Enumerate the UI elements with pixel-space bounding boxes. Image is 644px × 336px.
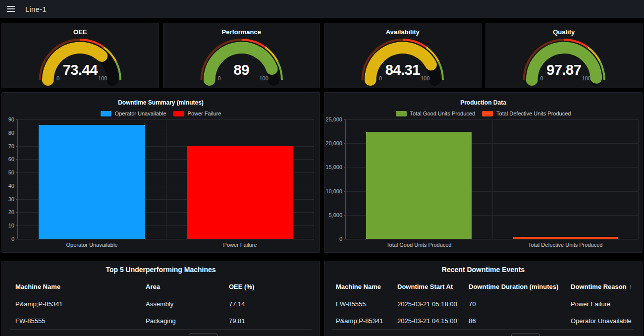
table-cell: Operator Unavailable bbox=[571, 317, 638, 325]
panel-top-underperforming-machines: Top 5 Underperforming Machines Machine N… bbox=[1, 261, 320, 336]
chart-bar[interactable] bbox=[39, 125, 145, 239]
panel-title[interactable]: Production Data bbox=[324, 99, 642, 106]
gauge-min-label: 0 bbox=[56, 75, 59, 82]
gauge-value: 73.44 bbox=[2, 62, 159, 77]
legend-label: Total Defective Units Produced bbox=[496, 111, 571, 116]
grid-line bbox=[314, 119, 314, 239]
legend-color-swatch bbox=[396, 111, 407, 116]
panel-title[interactable]: Downtime Summary (minutes) bbox=[2, 99, 320, 106]
gauge-max-label: 100 bbox=[421, 75, 429, 82]
gauge-value: 97.87 bbox=[486, 62, 643, 77]
gauge-value: 89 bbox=[163, 62, 320, 77]
y-axis-tick-label: 80 bbox=[8, 130, 14, 135]
dashboard-screen: Line-1 OEE 73.44 0 100 Performance 89 0 … bbox=[0, 0, 644, 336]
gauge-max-label: 100 bbox=[98, 75, 107, 82]
gauge-row: OEE 73.44 0 100 Performance 89 0 100 Ava… bbox=[1, 23, 643, 88]
legend-item[interactable]: Total Defective Units Produced bbox=[482, 111, 571, 116]
y-axis-tick-label: 30 bbox=[8, 196, 14, 202]
y-axis-tick-label: 5,000 bbox=[328, 212, 342, 218]
table-row: Top 5 Underperforming Machines Machine N… bbox=[1, 261, 643, 336]
gauge-value: 84.31 bbox=[324, 62, 481, 77]
y-axis-tick bbox=[344, 167, 346, 168]
y-axis-tick bbox=[16, 146, 18, 147]
y-axis-tick bbox=[16, 159, 18, 160]
y-axis-tick bbox=[16, 199, 18, 200]
menu-icon[interactable] bbox=[6, 4, 17, 13]
gauge bbox=[486, 23, 643, 88]
y-axis-tick bbox=[16, 172, 18, 173]
panel-title[interactable]: Top 5 Underperforming Machines bbox=[2, 266, 320, 274]
column-header[interactable]: Downtime Reason↑ bbox=[571, 283, 638, 290]
legend-label: Total Good Units Produced bbox=[410, 111, 475, 116]
gauge-max-label: 100 bbox=[259, 75, 268, 82]
y-axis-tick bbox=[344, 215, 346, 216]
gauge bbox=[324, 23, 481, 88]
column-header[interactable]: Area bbox=[146, 283, 229, 290]
pagination-button[interactable] bbox=[511, 334, 540, 336]
sort-ascending-icon: ↑ bbox=[629, 283, 632, 290]
y-axis-tick bbox=[16, 119, 18, 120]
x-axis-category-label: Total Good Units Produced bbox=[346, 242, 492, 248]
y-axis-tick-label: 90 bbox=[8, 117, 14, 122]
gauge bbox=[2, 23, 159, 88]
chart-bar[interactable] bbox=[366, 132, 472, 239]
legend-item[interactable]: Operator Unavailable bbox=[101, 111, 166, 116]
top-nav: Line-1 bbox=[0, 0, 644, 18]
table-cell: 70 bbox=[469, 300, 571, 308]
column-header[interactable]: Downtime Duration (minutes) bbox=[469, 283, 571, 290]
table-cell: 2025-03-21 05:18:00 bbox=[397, 300, 469, 308]
chart-plot-area: 0102030405060708090Operator UnavailableP… bbox=[17, 119, 314, 239]
pagination-button[interactable] bbox=[189, 334, 217, 336]
y-axis-tick bbox=[16, 186, 18, 186]
y-axis-tick-label: 20,000 bbox=[325, 141, 342, 146]
chart-plot-area: 05,00010,00015,00020,00025,000Total Good… bbox=[345, 119, 639, 239]
panel-title[interactable]: Recent Downtime Events bbox=[324, 266, 642, 274]
y-axis-tick bbox=[344, 119, 346, 120]
legend-item[interactable]: Total Good Units Produced bbox=[396, 111, 475, 116]
gauge-max-label: 100 bbox=[582, 75, 590, 82]
chart-bar[interactable] bbox=[513, 237, 618, 239]
table-row: P&amp;P-85341Assembly77.14 bbox=[15, 300, 316, 308]
gauge-min-label: 0 bbox=[540, 75, 543, 82]
grid-line bbox=[492, 119, 493, 239]
table-cell: P&amp;P-85341 bbox=[15, 300, 146, 308]
table-cell: 77.14 bbox=[229, 300, 316, 308]
table-cell: Power Failure bbox=[571, 300, 638, 308]
table-cell: 79.81 bbox=[229, 317, 316, 325]
y-axis-tick-label: 60 bbox=[8, 157, 14, 162]
column-header[interactable]: Machine Name bbox=[336, 283, 397, 290]
table-cell: Assembly bbox=[146, 300, 229, 308]
table-header-row: Machine NameDowntime Start AtDowntime Du… bbox=[336, 283, 638, 290]
y-axis-tick bbox=[16, 133, 18, 133]
panel-oee: OEE 73.44 0 100 bbox=[1, 23, 159, 88]
table-cell: FW-85555 bbox=[336, 300, 397, 308]
y-axis-tick bbox=[344, 239, 346, 239]
legend-color-swatch bbox=[482, 111, 493, 116]
gauge-min-label: 0 bbox=[379, 75, 382, 82]
legend-label: Power Failure bbox=[188, 111, 221, 116]
table-cell: 2025-03-21 04:15:00 bbox=[397, 317, 469, 325]
chart-bar[interactable] bbox=[187, 146, 293, 239]
table-row: P&amp;P-853412025-03-21 04:15:0086Operat… bbox=[336, 317, 638, 325]
column-header[interactable]: Downtime Start At bbox=[397, 283, 469, 290]
y-axis-tick-label: 20 bbox=[8, 210, 14, 215]
legend-item[interactable]: Power Failure bbox=[173, 111, 221, 116]
grid-line bbox=[166, 119, 166, 239]
x-axis-category-label: Operator Unavailable bbox=[18, 242, 166, 248]
gauge-min-label: 0 bbox=[217, 75, 220, 82]
y-axis-tick-label: 10,000 bbox=[325, 188, 342, 194]
table-cell: Packaging bbox=[146, 317, 229, 325]
table-cell: FW-85555 bbox=[15, 317, 146, 325]
x-axis-category-label: Total Defective Units Produced bbox=[492, 242, 639, 248]
table-header-row: Machine NameAreaOEE (%) bbox=[15, 283, 316, 290]
legend-label: Operator Unavailable bbox=[115, 111, 166, 116]
table-footer-divider bbox=[10, 329, 312, 330]
chart-legend: Operator UnavailablePower Failure bbox=[2, 111, 320, 116]
panel-performance: Performance 89 0 100 bbox=[163, 23, 321, 88]
y-axis-tick-label: 50 bbox=[8, 170, 14, 175]
y-axis-tick-label: 15,000 bbox=[325, 165, 342, 170]
table-row: FW-85555Packaging79.81 bbox=[15, 317, 316, 325]
gauge bbox=[163, 23, 320, 88]
column-header[interactable]: OEE (%) bbox=[229, 283, 316, 290]
column-header[interactable]: Machine Name bbox=[15, 283, 146, 290]
